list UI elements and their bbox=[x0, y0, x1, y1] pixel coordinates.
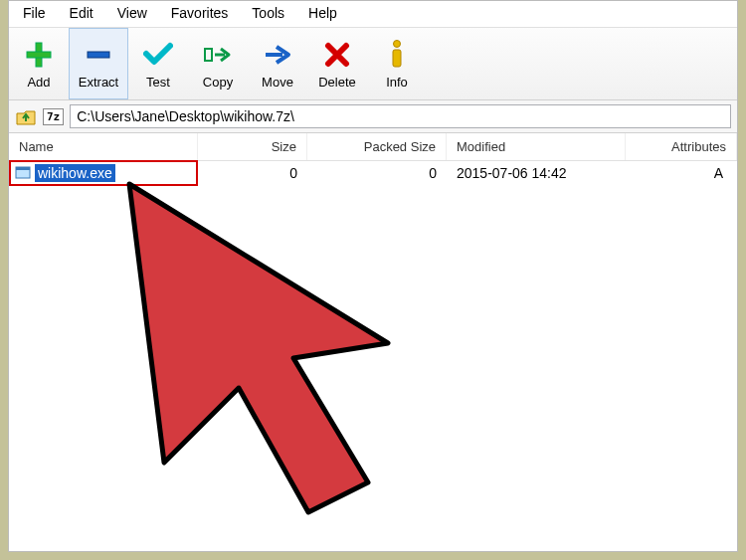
move-arrow-icon bbox=[262, 39, 293, 71]
menu-favorites[interactable]: Favorites bbox=[161, 3, 239, 23]
file-list: Name Size Packed Size Modified Attribute… bbox=[9, 133, 737, 549]
add-label: Add bbox=[27, 75, 50, 90]
svg-rect-2 bbox=[88, 52, 109, 58]
svg-rect-1 bbox=[27, 52, 51, 58]
addressbar-row: 7z bbox=[9, 100, 737, 133]
menu-file[interactable]: File bbox=[13, 3, 56, 23]
svg-rect-3 bbox=[205, 49, 212, 61]
column-headers: Name Size Packed Size Modified Attribute… bbox=[9, 133, 737, 161]
up-folder-button[interactable] bbox=[15, 106, 37, 126]
toolbar: Add Extract Test bbox=[9, 27, 737, 100]
file-name: wikihow.exe bbox=[35, 164, 115, 182]
col-header-name[interactable]: Name bbox=[9, 133, 198, 160]
svg-point-4 bbox=[394, 40, 401, 47]
add-button[interactable]: Add bbox=[9, 28, 69, 99]
menu-tools[interactable]: Tools bbox=[242, 3, 294, 23]
menu-help[interactable]: Help bbox=[298, 3, 347, 23]
cell-size: 0 bbox=[198, 163, 307, 183]
test-label: Test bbox=[146, 75, 170, 90]
delete-button[interactable]: Delete bbox=[307, 28, 367, 99]
address-input[interactable] bbox=[70, 104, 731, 128]
svg-rect-7 bbox=[16, 167, 30, 170]
menu-view[interactable]: View bbox=[107, 3, 157, 23]
extract-button[interactable]: Extract bbox=[69, 28, 128, 99]
svg-rect-5 bbox=[393, 50, 401, 67]
delete-label: Delete bbox=[318, 75, 356, 90]
minus-icon bbox=[83, 39, 114, 71]
cell-attributes: A bbox=[626, 163, 737, 183]
move-button[interactable]: Move bbox=[248, 28, 307, 99]
test-button[interactable]: Test bbox=[128, 28, 188, 99]
col-header-modified[interactable]: Modified bbox=[447, 133, 626, 160]
sevenz-badge-icon: 7z bbox=[43, 108, 64, 125]
info-label: Info bbox=[386, 75, 408, 90]
table-row[interactable]: wikihow.exe 0 0 2015-07-06 14:42 A bbox=[9, 161, 737, 185]
copy-arrow-icon bbox=[202, 39, 234, 71]
move-label: Move bbox=[262, 75, 293, 90]
copy-label: Copy bbox=[203, 75, 233, 90]
info-button[interactable]: Info bbox=[367, 28, 427, 99]
x-icon bbox=[321, 39, 353, 71]
file-item-highlight: wikihow.exe bbox=[11, 162, 196, 184]
check-icon bbox=[142, 39, 174, 71]
col-header-attributes[interactable]: Attributes bbox=[626, 133, 737, 160]
plus-icon bbox=[23, 39, 55, 71]
cell-modified: 2015-07-06 14:42 bbox=[447, 163, 626, 183]
col-header-packed-size[interactable]: Packed Size bbox=[307, 133, 447, 160]
app-window: File Edit View Favorites Tools Help Add … bbox=[8, 0, 738, 552]
copy-button[interactable]: Copy bbox=[188, 28, 248, 99]
exe-file-icon bbox=[15, 165, 31, 181]
extract-label: Extract bbox=[79, 75, 118, 90]
col-header-size[interactable]: Size bbox=[198, 133, 307, 160]
menu-edit[interactable]: Edit bbox=[60, 3, 103, 23]
menubar: File Edit View Favorites Tools Help bbox=[9, 1, 737, 27]
cell-packed-size: 0 bbox=[307, 163, 447, 183]
info-icon bbox=[381, 39, 413, 71]
